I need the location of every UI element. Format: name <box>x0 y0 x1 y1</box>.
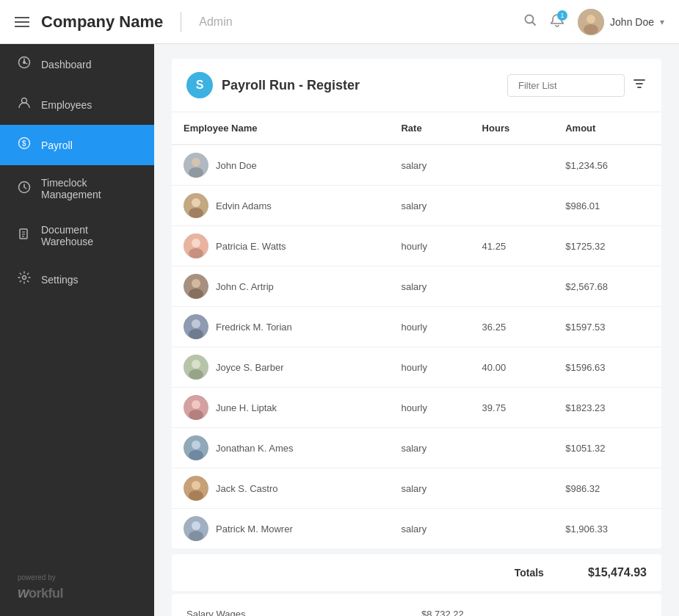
employee-name-4: Fredrick M. Torian <box>216 322 292 333</box>
svg-point-36 <box>192 319 200 328</box>
settings-icon <box>18 271 31 288</box>
sidebar: Dashboard Employees $ Payroll <box>0 44 154 616</box>
summary-hrs-0 <box>319 609 377 616</box>
employee-cell-9: Patrick M. Mowrer <box>172 509 389 549</box>
filter-icon[interactable] <box>632 76 647 95</box>
svg-line-14 <box>24 187 26 189</box>
amount-cell-8: $986.32 <box>553 468 661 509</box>
employee-avatar-8 <box>184 476 208 501</box>
hours-cell-5: 40.00 <box>471 347 554 388</box>
svg-point-25 <box>189 167 203 178</box>
powered-by-label: powered by <box>18 573 137 581</box>
amount-cell-7: $1051.32 <box>553 428 661 468</box>
summary-row: Salary Wages $8,732.22 <box>186 609 647 616</box>
employee-avatar-2 <box>184 233 208 258</box>
page-title-area: S Payroll Run - Register <box>186 72 507 98</box>
payroll-run-icon: S <box>186 72 213 98</box>
col-rate: Rate <box>389 112 470 145</box>
table-row: Fredrick M. Torian hourly 36.25 $1597.53 <box>172 307 661 347</box>
document-icon <box>18 228 31 244</box>
svg-point-33 <box>192 279 200 288</box>
col-employee: Employee Name <box>172 112 389 145</box>
col-hours: Hours <box>471 112 554 145</box>
employee-cell-6: June H. Liptak <box>172 388 389 428</box>
hours-cell-4: 36.25 <box>471 307 554 347</box>
employee-cell-1: Edvin Adams <box>172 186 389 226</box>
amount-cell-4: $1597.53 <box>553 307 661 347</box>
svg-point-24 <box>192 158 200 167</box>
svg-point-34 <box>189 289 203 299</box>
table-row: Patricia E. Watts hourly 41.25 $1725.32 <box>172 226 661 267</box>
employee-cell-5: Joyce S. Barber <box>172 347 389 388</box>
svg-point-0 <box>526 15 534 23</box>
hours-cell-1 <box>471 186 554 226</box>
svg-point-43 <box>189 410 203 420</box>
employee-cell-4: Fredrick M. Torian <box>172 307 389 347</box>
sidebar-item-employees[interactable]: Employees <box>0 84 154 125</box>
hours-cell-6: 39.75 <box>471 388 554 428</box>
table-row: John Doe salary $1,234.56 <box>172 145 661 186</box>
totals-label: Totals <box>515 567 544 579</box>
filter-input[interactable] <box>507 74 625 97</box>
hours-cell-0 <box>471 145 554 186</box>
svg-point-30 <box>192 239 200 247</box>
employee-name-7: Jonathan K. Ames <box>216 443 294 454</box>
sidebar-item-settings[interactable]: Settings <box>0 259 154 300</box>
employee-cell-7: Jonathan K. Ames <box>172 428 389 468</box>
employee-name-3: John C. Artrip <box>216 281 274 292</box>
summary-section: Salary Wages $8,732.22 Hourly Wages 157.… <box>172 594 661 616</box>
search-button[interactable] <box>523 13 537 30</box>
sidebar-item-dashboard[interactable]: Dashboard <box>0 44 154 84</box>
user-info[interactable]: John Doe ▾ <box>578 9 664 35</box>
svg-point-4 <box>584 24 598 35</box>
page-title: Payroll Run - Register <box>222 78 360 93</box>
table-row: Edvin Adams salary $986.01 <box>172 186 661 226</box>
amount-cell-1: $986.01 <box>553 186 661 226</box>
rate-cell-7: salary <box>389 428 470 468</box>
employee-avatar-7 <box>184 435 208 460</box>
svg-point-28 <box>189 208 203 218</box>
notification-button[interactable]: 1 <box>550 13 564 31</box>
rate-cell-6: hourly <box>389 388 470 428</box>
employee-name-9: Patrick M. Mowrer <box>216 523 293 535</box>
svg-point-39 <box>192 360 200 369</box>
svg-point-19 <box>23 276 26 280</box>
rate-cell-0: salary <box>389 145 470 186</box>
table-row: Jack S. Castro salary $986.32 <box>172 468 661 509</box>
svg-point-46 <box>189 450 203 460</box>
hours-cell-3 <box>471 267 554 307</box>
svg-point-52 <box>189 531 203 541</box>
amount-cell-3: $2,567.68 <box>553 267 661 307</box>
dashboard-label: Dashboard <box>41 59 92 70</box>
svg-point-40 <box>189 369 203 380</box>
table-row: Patrick M. Mowrer salary $1,906.33 <box>172 509 661 549</box>
filter-area <box>507 74 647 97</box>
totals-amount: $15,474.93 <box>588 566 647 579</box>
sidebar-item-payroll[interactable]: $ Payroll <box>0 125 154 165</box>
employee-avatar-6 <box>184 395 208 420</box>
svg-text:$: $ <box>22 139 26 148</box>
employee-name-1: Edvin Adams <box>216 200 272 211</box>
table-row: John C. Artrip salary $2,567.68 <box>172 267 661 307</box>
menu-icon[interactable] <box>15 17 29 27</box>
employee-cell-2: Patricia E. Watts <box>172 226 389 267</box>
rate-cell-1: salary <box>389 186 470 226</box>
svg-point-42 <box>192 400 200 409</box>
svg-point-3 <box>587 15 595 23</box>
top-bar: Company Name Admin 1 <box>0 0 679 44</box>
employee-cell-0: John Doe <box>172 145 389 186</box>
hours-cell-8 <box>471 468 554 509</box>
notification-badge: 1 <box>557 10 567 21</box>
payroll-label: Payroll <box>41 139 73 151</box>
employee-name-0: John Doe <box>216 160 257 171</box>
employee-avatar-4 <box>184 314 208 339</box>
svg-point-27 <box>192 198 200 207</box>
sidebar-item-document[interactable]: Document Warehouse <box>0 212 154 259</box>
hours-cell-2: 41.25 <box>471 226 554 267</box>
table-row: Joyce S. Barber hourly 40.00 $1596.63 <box>172 347 661 388</box>
sidebar-item-timeclock[interactable]: Timeclock Management <box>0 165 154 212</box>
timeclock-label: Timeclock Management <box>41 177 137 200</box>
svg-point-48 <box>192 481 200 490</box>
amount-cell-5: $1596.63 <box>553 347 661 388</box>
svg-point-31 <box>189 248 203 258</box>
